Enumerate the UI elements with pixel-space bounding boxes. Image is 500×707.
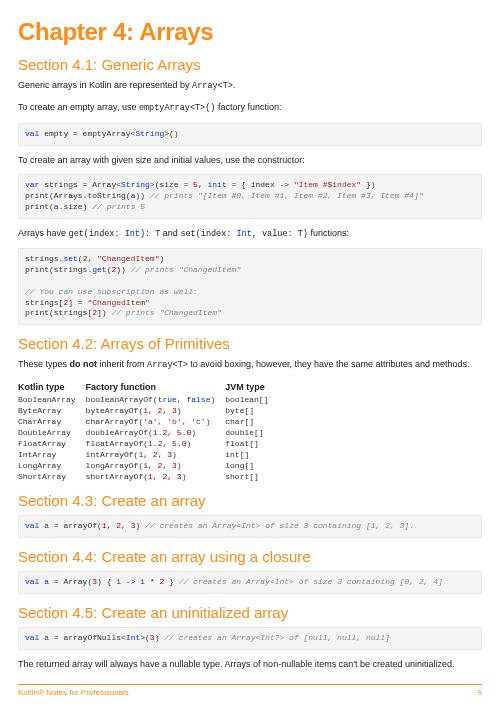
s41-p1: Generic arrays in Kotlin are represented…	[18, 79, 482, 93]
s45-p: The returned array will always have a nu…	[18, 658, 482, 671]
table-row: DoubleArraydoubleArrayOf(1.2, 5.0)double…	[18, 427, 278, 438]
table-row: FloatArrayfloatArrayOf(1.2, 5.0)float[]	[18, 438, 278, 449]
section-41-heading: Section 4.1: Generic Arrays	[18, 56, 482, 73]
th-factory: Factory function	[86, 380, 226, 394]
table-row: ShortArrayshortArrayOf(1, 2, 3)short[]	[18, 471, 278, 482]
s41-p2: To create an empty array, use emptyArray…	[18, 101, 482, 115]
s41-p4: Arrays have get(index: Int): T and set(i…	[18, 227, 482, 241]
s41-p3: To create an array with given size and i…	[18, 154, 482, 167]
table-row: IntArrayintArrayOf(1, 2, 3)int[]	[18, 449, 278, 460]
th-jvm: JVM type	[225, 380, 278, 394]
s41-code3: strings.set(2, "ChangedItem") print(stri…	[18, 248, 482, 325]
chapter-title: Chapter 4: Arrays	[18, 18, 482, 46]
section-42-heading: Section 4.2: Arrays of Primitives	[18, 335, 482, 352]
table-row: CharArraycharArrayOf('a', 'b', 'c')char[…	[18, 416, 278, 427]
section-44-heading: Section 4.4: Create an array using a clo…	[18, 548, 482, 565]
s42-p1: These types do not inherit from Array<T>…	[18, 358, 482, 372]
table-row: LongArraylongArrayOf(1, 2, 3)long[]	[18, 460, 278, 471]
s45-code: val a = arrayOfNulls<Int>(3) // creates …	[18, 627, 482, 650]
th-kotlin: Kotlin type	[18, 380, 86, 394]
table-row: BooleanArraybooleanArrayOf(true, false)b…	[18, 394, 278, 405]
s41-code1: val empty = emptyArray<String>()	[18, 123, 482, 146]
section-45-heading: Section 4.5: Create an uninitialized arr…	[18, 604, 482, 621]
primitives-table: Kotlin type Factory function JVM type Bo…	[18, 380, 278, 482]
section-43-heading: Section 4.3: Create an array	[18, 492, 482, 509]
s41-code2: var strings = Array<String>(size = 5, in…	[18, 174, 482, 218]
page-footer: Kotlin® Notes for Professionals 9	[18, 684, 482, 697]
table-row: ByteArraybyteArrayOf(1, 2, 3)byte[]	[18, 405, 278, 416]
s44-code: val a = Array(3) { i -> i * 2 } // creat…	[18, 571, 482, 594]
s43-code: val a = arrayOf(1, 2, 3) // creates an A…	[18, 515, 482, 538]
footer-right: 9	[478, 688, 482, 697]
footer-left: Kotlin® Notes for Professionals	[18, 688, 129, 697]
